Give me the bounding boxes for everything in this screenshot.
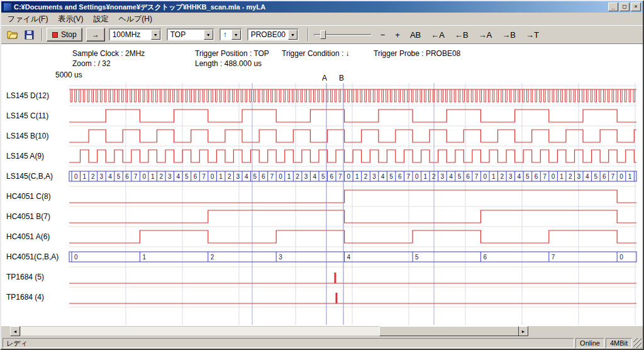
nav-button-3[interactable]: →A: [475, 29, 496, 41]
svg-text:7: 7: [552, 254, 555, 261]
scrollbar-thumb[interactable]: [379, 326, 519, 336]
svg-text:6: 6: [398, 173, 402, 180]
channel-wave-0: [69, 89, 636, 102]
svg-text:0: 0: [74, 173, 78, 180]
svg-text:7: 7: [134, 173, 138, 180]
app-window: C:¥Documents and Settings¥noname¥デスクトップ¥…: [0, 0, 644, 350]
scroll-right-icon[interactable]: ►: [518, 326, 528, 336]
svg-text:6: 6: [125, 173, 129, 180]
menu-item-3[interactable]: ヘルプ(H): [113, 13, 157, 26]
nav-button-0[interactable]: AB: [406, 29, 425, 41]
svg-text:3: 3: [509, 173, 513, 180]
svg-text:3: 3: [441, 173, 445, 180]
svg-text:1: 1: [83, 173, 87, 180]
channel-wave-5: [69, 190, 636, 203]
nav-button-1[interactable]: ←A: [427, 29, 448, 41]
svg-text:7: 7: [338, 173, 342, 180]
svg-text:2: 2: [211, 254, 214, 261]
horizontal-scrollbar[interactable]: ◄ ►: [10, 326, 528, 336]
status-ready: レディ: [3, 338, 574, 348]
channel-wave-3: [69, 150, 636, 162]
svg-text:5: 5: [458, 173, 462, 180]
menu-item-2[interactable]: 設定: [88, 13, 113, 26]
scroll-left-icon[interactable]: ◄: [10, 326, 20, 336]
zoom-slider[interactable]: [314, 28, 372, 41]
svg-text:3: 3: [279, 254, 282, 261]
svg-text:1: 1: [628, 173, 632, 180]
svg-text:2: 2: [501, 173, 504, 180]
svg-text:4: 4: [518, 173, 521, 180]
svg-text:4: 4: [245, 173, 248, 180]
save-button[interactable]: [21, 28, 36, 42]
app-icon: [3, 3, 12, 11]
svg-text:1: 1: [287, 173, 291, 180]
svg-text:7: 7: [543, 173, 547, 180]
channel-wave-7: [69, 230, 636, 243]
close-button[interactable]: ×: [631, 3, 641, 11]
trigger-edge-select[interactable]: ↑ ▼: [219, 28, 242, 41]
scrollbar-track[interactable]: [20, 326, 518, 336]
svg-text:6: 6: [194, 173, 197, 180]
zoom-slider-thumb[interactable]: [320, 30, 326, 39]
svg-text:1: 1: [355, 173, 359, 180]
svg-text:2: 2: [228, 173, 231, 180]
svg-text:0: 0: [347, 173, 351, 180]
chevron-down-icon: ▼: [204, 30, 213, 40]
svg-text:0: 0: [415, 173, 419, 180]
menu-item-0[interactable]: ファイル(F): [3, 13, 53, 26]
svg-text:6: 6: [483, 254, 487, 261]
menu-item-1[interactable]: 表示(V): [53, 13, 88, 26]
svg-text:6: 6: [535, 173, 538, 180]
svg-text:3: 3: [304, 173, 308, 180]
resize-grip[interactable]: [633, 338, 641, 348]
chevron-down-icon: ▼: [151, 30, 160, 40]
minimize-button[interactable]: _: [608, 3, 618, 11]
svg-text:5: 5: [526, 173, 530, 180]
zoom-in-button[interactable]: +: [391, 29, 404, 41]
channel-wave-8: 012345670: [69, 252, 636, 262]
title-bar[interactable]: C:¥Documents and Settings¥noname¥デスクトップ¥…: [1, 1, 643, 13]
probe-select[interactable]: PROBE00 ▼: [247, 28, 299, 41]
svg-text:4: 4: [108, 173, 112, 180]
svg-text:0: 0: [619, 254, 623, 261]
status-memory: 4MBit: [606, 338, 632, 348]
channel-wave-1: [69, 110, 636, 122]
svg-text:5: 5: [389, 173, 393, 180]
svg-text:1: 1: [424, 173, 428, 180]
cursor-nav-group: AB←A←B→A→B→T: [406, 29, 545, 41]
svg-text:5: 5: [117, 173, 121, 180]
stop-icon: [52, 32, 58, 38]
waveform-canvas[interactable]: 0123456701234567012345670123456701234567…: [1, 44, 643, 326]
svg-text:0: 0: [74, 254, 78, 261]
status-bar: レディ Online 4MBit: [1, 337, 643, 349]
trigger-position-select[interactable]: TOP ▼: [167, 28, 214, 41]
waveform-panel[interactable]: Sample Clock : 2MHz Trigger Position : T…: [1, 44, 643, 326]
sample-clock-value: 100MHz: [110, 30, 151, 39]
sample-clock-select[interactable]: 100MHz ▼: [109, 28, 162, 41]
channel-wave-9: [69, 273, 636, 283]
svg-text:7: 7: [270, 173, 274, 180]
run-button[interactable]: →: [86, 28, 105, 42]
nav-button-5[interactable]: →T: [522, 29, 543, 41]
stop-button[interactable]: Stop: [47, 28, 82, 42]
zoom-out-button[interactable]: −: [377, 29, 389, 41]
trigger-position-value: TOP: [168, 30, 204, 39]
svg-text:4: 4: [313, 173, 316, 180]
scrollbar-row: ◄ ►: [1, 326, 643, 337]
nav-button-2[interactable]: ←B: [451, 29, 472, 41]
channel-wave-6: [69, 210, 636, 223]
svg-text:6: 6: [262, 173, 265, 180]
open-file-button[interactable]: [5, 28, 20, 42]
svg-text:6: 6: [466, 173, 470, 180]
svg-text:4: 4: [347, 254, 351, 261]
chevron-down-icon: ▼: [288, 30, 297, 40]
svg-text:1: 1: [219, 173, 223, 180]
svg-text:0: 0: [552, 173, 555, 180]
nav-button-4[interactable]: →B: [498, 29, 519, 41]
waveform-grid: [69, 83, 636, 325]
svg-text:0: 0: [211, 173, 214, 180]
svg-text:7: 7: [611, 173, 615, 180]
svg-text:5: 5: [321, 173, 325, 180]
svg-text:5: 5: [185, 173, 189, 180]
maximize-button[interactable]: □: [619, 3, 630, 11]
